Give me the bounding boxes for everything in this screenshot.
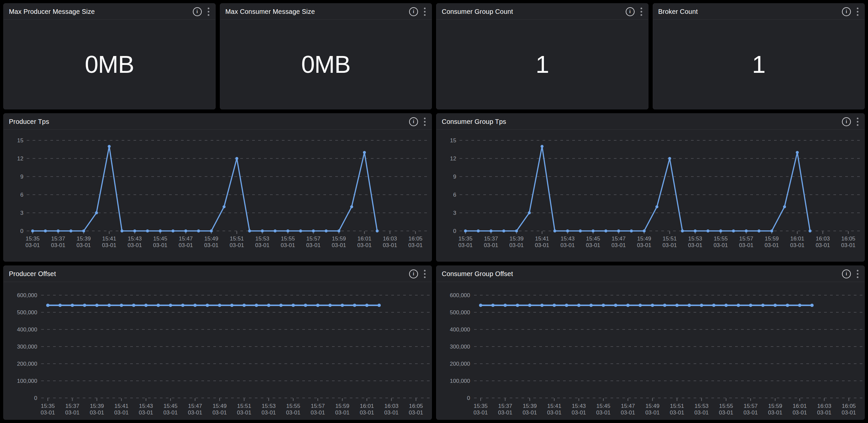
svg-text:03-01: 03-01 [535, 242, 549, 249]
svg-text:03-01: 03-01 [596, 410, 611, 416]
svg-text:03-01: 03-01 [153, 242, 167, 249]
svg-text:0: 0 [467, 395, 470, 401]
producer-offset-chart[interactable]: 0100,000200,000300,000400,000500,000600,… [4, 282, 432, 419]
panel-header-icons: i [842, 7, 859, 17]
panel-max-consumer-message-size: Max Consumer Message Size i 0MB [220, 3, 432, 109]
panel-title: Consumer Group Offset [442, 270, 513, 278]
svg-text:15:57: 15:57 [739, 235, 753, 242]
svg-text:16:03: 16:03 [816, 235, 830, 242]
svg-text:03-01: 03-01 [384, 410, 399, 416]
svg-text:15:59: 15:59 [768, 403, 782, 409]
svg-text:03-01: 03-01 [188, 410, 202, 416]
svg-text:0: 0 [453, 228, 456, 234]
info-icon[interactable]: i [626, 7, 634, 16]
kebab-menu-icon[interactable] [423, 7, 426, 17]
info-icon[interactable]: i [842, 117, 851, 126]
svg-text:15:41: 15:41 [114, 403, 129, 409]
svg-text:15:53: 15:53 [694, 403, 709, 409]
svg-text:15:35: 15:35 [41, 403, 55, 409]
info-icon[interactable]: i [409, 7, 418, 16]
kebab-menu-icon[interactable] [856, 7, 859, 17]
kebab-menu-icon[interactable] [640, 7, 643, 17]
svg-text:15:49: 15:49 [205, 235, 219, 242]
svg-text:400,000: 400,000 [17, 326, 37, 333]
panel-header-icons: i [409, 269, 426, 279]
info-glyph: i [846, 9, 847, 14]
consumer-group-offset-chart[interactable]: 0100,000200,000300,000400,000500,000600,… [436, 282, 864, 419]
info-glyph: i [629, 9, 631, 14]
svg-text:15:47: 15:47 [612, 235, 626, 242]
info-glyph: i [413, 9, 414, 14]
kebab-menu-icon[interactable] [856, 269, 859, 279]
chart-body: 0100,000200,000300,000400,000500,000600,… [436, 282, 864, 419]
svg-text:03-01: 03-01 [286, 410, 300, 416]
svg-text:15:41: 15:41 [102, 235, 116, 242]
info-icon[interactable]: i [842, 7, 851, 16]
svg-text:03-01: 03-01 [815, 242, 830, 249]
svg-text:15:47: 15:47 [621, 403, 635, 409]
svg-text:15:53: 15:53 [688, 235, 703, 242]
svg-text:0: 0 [34, 395, 37, 401]
svg-text:15:47: 15:47 [179, 235, 193, 242]
svg-text:03-01: 03-01 [25, 242, 39, 249]
panel-title: Broker Count [658, 8, 698, 15]
svg-text:03-01: 03-01 [114, 410, 129, 416]
panel-header-icons: i [409, 7, 426, 17]
svg-text:03-01: 03-01 [817, 410, 831, 416]
kebab-menu-icon[interactable] [423, 117, 426, 127]
svg-text:03-01: 03-01 [743, 410, 757, 416]
svg-text:03-01: 03-01 [255, 242, 269, 249]
stat-value: 0MB [85, 51, 134, 78]
kebab-menu-icon[interactable] [207, 7, 210, 17]
svg-text:600,000: 600,000 [17, 292, 37, 298]
panel-header-icons: i [626, 7, 643, 17]
svg-text:15:39: 15:39 [77, 235, 91, 242]
kebab-menu-icon[interactable] [856, 117, 859, 127]
svg-text:15:59: 15:59 [765, 235, 779, 242]
svg-text:16:03: 16:03 [384, 403, 399, 409]
stats-row: Max Producer Message Size i 0MB Max Cons… [3, 3, 865, 109]
svg-text:9: 9 [21, 174, 23, 180]
panel-title: Consumer Group Tps [442, 118, 506, 126]
svg-text:15:49: 15:49 [646, 403, 660, 409]
svg-text:03-01: 03-01 [90, 410, 104, 416]
info-glyph: i [846, 119, 847, 124]
svg-text:03-01: 03-01 [360, 410, 374, 416]
svg-text:03-01: 03-01 [237, 410, 251, 416]
svg-text:15:39: 15:39 [90, 403, 104, 409]
kebab-menu-icon[interactable] [423, 269, 426, 279]
svg-text:15:45: 15:45 [596, 403, 611, 409]
panel-title: Max Producer Message Size [9, 8, 95, 15]
svg-text:6: 6 [453, 192, 456, 198]
svg-text:16:01: 16:01 [358, 235, 372, 242]
svg-text:03-01: 03-01 [473, 410, 488, 416]
svg-text:03-01: 03-01 [458, 242, 472, 249]
info-icon[interactable]: i [409, 269, 418, 279]
chart-body: 0369121515:3503-0115:3703-0115:3903-0115… [436, 130, 864, 261]
info-icon[interactable]: i [193, 7, 202, 16]
svg-text:200,000: 200,000 [450, 361, 470, 367]
svg-text:03-01: 03-01 [332, 242, 346, 249]
svg-text:15:43: 15:43 [560, 235, 575, 242]
consumer-group-tps-chart[interactable]: 0369121515:3503-0115:3703-0115:3903-0115… [436, 130, 864, 261]
panel-consumer-group-count: Consumer Group Count i 1 [436, 3, 648, 109]
svg-text:15:57: 15:57 [306, 235, 320, 242]
producer-tps-chart[interactable]: 0369121515:3503-0115:3703-0115:3903-0115… [4, 130, 432, 261]
svg-text:03-01: 03-01 [509, 242, 524, 249]
svg-text:15:49: 15:49 [637, 235, 651, 242]
svg-text:03-01: 03-01 [409, 410, 423, 416]
stat-body: 1 [653, 20, 865, 109]
info-icon[interactable]: i [409, 117, 418, 126]
stat-value: 1 [752, 51, 765, 78]
svg-text:0: 0 [21, 228, 23, 234]
svg-text:16:01: 16:01 [793, 403, 807, 409]
svg-text:15:37: 15:37 [484, 235, 498, 242]
chart-body: 0100,000200,000300,000400,000500,000600,… [4, 282, 432, 419]
svg-text:9: 9 [453, 174, 456, 180]
panel-title: Producer Offset [9, 270, 56, 278]
svg-text:100,000: 100,000 [450, 378, 470, 384]
info-icon[interactable]: i [842, 269, 851, 279]
svg-text:15:57: 15:57 [744, 403, 758, 409]
panel-title: Producer Tps [9, 118, 49, 126]
svg-text:03-01: 03-01 [383, 242, 397, 249]
